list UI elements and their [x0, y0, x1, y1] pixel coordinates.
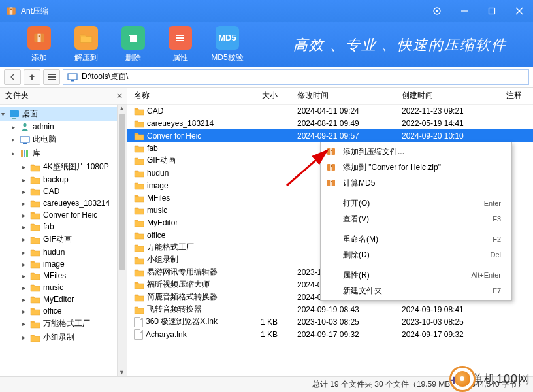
close-button[interactable]	[506, 0, 533, 22]
tree-item[interactable]: ▸4K壁纸图片 1080P	[0, 160, 117, 174]
path-text: D:\tools\桌面\	[82, 71, 128, 82]
svg-point-12	[436, 10, 438, 12]
pc-icon	[67, 73, 78, 82]
folder-icon	[134, 106, 144, 116]
folder-icon	[134, 268, 144, 277]
folder-icon	[134, 156, 144, 165]
tree-item[interactable]: ▸万能格式工厂	[0, 317, 117, 331]
delete-button[interactable]: 删除	[110, 26, 157, 63]
svg-rect-21	[176, 40, 184, 41]
folder-icon	[134, 193, 144, 203]
folder-icon	[134, 169, 144, 178]
nav-up-button[interactable]	[24, 69, 40, 85]
tree-root-desktop[interactable]: ▾桌面	[0, 107, 117, 121]
column-headers[interactable]: 名称 大小 修改时间 创建时间 注释	[127, 88, 533, 105]
folder-icon	[134, 218, 144, 227]
folder-icon	[134, 231, 144, 240]
folder-icon	[134, 144, 144, 153]
tree-item[interactable]: ▸fab	[0, 221, 117, 233]
app-title: Ant压缩	[21, 6, 423, 17]
folder-icon	[134, 255, 144, 265]
file-icon	[134, 317, 143, 327]
tree-item[interactable]: ▸MFiles	[0, 270, 117, 282]
address-path[interactable]: D:\tools\桌面\	[63, 69, 529, 85]
cm-add-archive[interactable]: 添加到压缩文件...	[321, 144, 511, 159]
tree-item[interactable]: ▸image	[0, 258, 117, 270]
cm-newfolder[interactable]: 新建文件夹F7	[321, 283, 511, 299]
tree-item[interactable]: ▸GIF动画	[0, 233, 117, 246]
tree-item[interactable]: ▸MyEditor	[0, 293, 117, 305]
archive-icon	[325, 145, 338, 158]
folder-icon	[134, 131, 144, 140]
folder-icon	[134, 206, 144, 215]
settings-icon[interactable]	[423, 0, 451, 22]
sidebar-scrollbar[interactable]: ▲ ▼	[117, 105, 127, 376]
cm-view[interactable]: 查看(V)F3	[321, 211, 511, 227]
titlebar: Ant压缩	[0, 0, 533, 22]
file-row[interactable]: 360 极速浏览器X.lnk 1 KB 2023-10-03 08:25 202…	[127, 316, 533, 328]
folder-icon	[134, 243, 144, 252]
sidebar-close-icon[interactable]: ✕	[116, 91, 123, 101]
file-row[interactable]: 飞转音频转换器 2024-09-19 08:43 2024-09-19 08:4…	[127, 303, 533, 316]
svg-rect-22	[48, 74, 56, 75]
folder-icon	[134, 280, 144, 289]
file-row[interactable]: Acharya.lnk 1 KB 2024-09-17 09:32 2024-0…	[127, 328, 533, 340]
folder-icon	[134, 293, 144, 302]
file-icon	[134, 329, 143, 340]
address-bar: D:\tools\桌面\	[0, 67, 533, 88]
tree-item[interactable]: ▸此电脑	[0, 133, 117, 146]
tree-item[interactable]: ▸CAD	[0, 186, 117, 197]
tree-item[interactable]: ▸backup	[0, 174, 117, 186]
md5-button[interactable]: MD5MD5校验	[204, 26, 251, 63]
cm-md5[interactable]: 计算MD5	[321, 175, 511, 191]
svg-rect-19	[176, 35, 184, 36]
folder-icon	[134, 305, 144, 314]
cm-add-zip[interactable]: 添加到 "Conver for Heic.zip"	[321, 159, 511, 175]
file-row[interactable]: CAD 2024-04-11 09:24 2022-11-23 09:21	[127, 105, 533, 117]
svg-rect-24	[48, 79, 56, 80]
file-row[interactable]: careueyes_183214 2024-08-21 09:49 2022-0…	[127, 117, 533, 129]
cm-delete[interactable]: 删除(D)Del	[321, 247, 511, 263]
svg-rect-23	[48, 76, 56, 78]
tree-item[interactable]: ▸music	[0, 282, 117, 293]
tree-item[interactable]: ▸hudun	[0, 246, 117, 258]
tree-item[interactable]: ▸careueyes_183214	[0, 197, 117, 209]
context-menu: 添加到压缩文件... 添加到 "Conver for Heic.zip" 计算M…	[320, 142, 512, 301]
folder-tree-panel: 文件夹 ✕ ▾桌面▸admin▸此电脑▸库▸4K壁纸图片 1080P▸backu…	[0, 88, 127, 376]
sidebar-header: 文件夹 ✕	[0, 88, 127, 105]
svg-rect-20	[176, 37, 184, 39]
main-toolbar: 添加 解压到 删除 属性 MD5MD5校验 高效 、专业 、快速的压缩软件	[0, 22, 533, 67]
cm-open[interactable]: 打开(O)Enter	[321, 195, 511, 211]
extract-button[interactable]: 解压到	[63, 26, 110, 63]
tree-item[interactable]: ▸小组录制	[0, 331, 117, 344]
watermark: + 单机100网	[449, 366, 530, 392]
archive-icon	[325, 161, 338, 174]
cm-props[interactable]: 属性(R)Alt+Enter	[321, 267, 511, 283]
app-icon	[5, 5, 17, 17]
tree-item[interactable]: ▸库	[0, 146, 117, 160]
add-button[interactable]: 添加	[16, 26, 63, 63]
minimize-button[interactable]	[451, 0, 478, 22]
folder-icon	[134, 181, 144, 190]
slogan-text: 高效 、专业 、快速的压缩软件	[293, 35, 507, 55]
svg-rect-17	[130, 36, 137, 42]
view-mode-button[interactable]	[43, 69, 60, 85]
maximize-button[interactable]	[478, 0, 506, 22]
tree-item[interactable]: ▸Conver for Heic	[0, 209, 117, 221]
tree-item[interactable]: ▸office	[0, 305, 117, 317]
folder-icon	[134, 119, 144, 128]
props-button[interactable]: 属性	[157, 26, 204, 63]
svg-rect-14	[489, 8, 495, 14]
nav-back-button[interactable]	[4, 69, 21, 85]
svg-rect-18	[129, 35, 137, 36]
file-row[interactable]: Conver for Heic 2024-09-21 09:57 2024-09…	[127, 129, 533, 142]
tree-item[interactable]: ▸admin	[0, 121, 117, 133]
cm-rename[interactable]: 重命名(M)F2	[321, 231, 511, 247]
archive-icon	[325, 176, 338, 189]
